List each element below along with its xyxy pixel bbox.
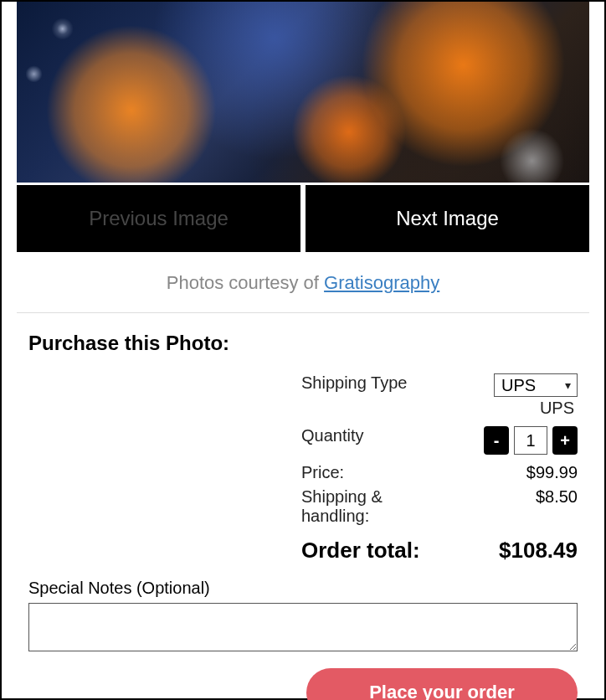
image-nav: Previous Image Next Image <box>17 185 589 252</box>
order-total-value: $108.49 <box>499 538 578 564</box>
special-notes-label: Special Notes (Optional) <box>28 579 589 598</box>
next-image-button[interactable]: Next Image <box>306 185 589 252</box>
order-total-label: Order total: <box>301 538 420 564</box>
divider <box>17 312 589 313</box>
shipping-handling-label: Shipping & handling: <box>301 487 435 526</box>
shipping-type-label: Shipping Type <box>301 373 407 393</box>
quantity-label: Quantity <box>301 426 363 445</box>
credit-link[interactable]: Gratisography <box>324 272 439 293</box>
purchase-heading: Purchase this Photo: <box>28 332 589 355</box>
shipping-type-select[interactable]: UPS <box>494 373 578 397</box>
quantity-increase-button[interactable]: + <box>552 426 578 455</box>
quantity-decrease-button[interactable]: - <box>484 426 509 455</box>
product-image <box>17 2 589 183</box>
photo-credit: Photos courtesy of Gratisography <box>17 267 589 312</box>
price-label: Price: <box>301 463 344 482</box>
shipping-handling-value: $8.50 <box>485 487 578 507</box>
special-notes-textarea[interactable] <box>28 603 578 651</box>
quantity-input[interactable] <box>514 426 547 455</box>
price-value: $99.99 <box>485 463 578 482</box>
previous-image-button[interactable]: Previous Image <box>17 185 300 252</box>
place-order-button[interactable]: Place your order <box>306 668 578 700</box>
credit-prefix: Photos courtesy of <box>167 272 324 293</box>
shipping-type-hint: UPS <box>540 399 578 418</box>
